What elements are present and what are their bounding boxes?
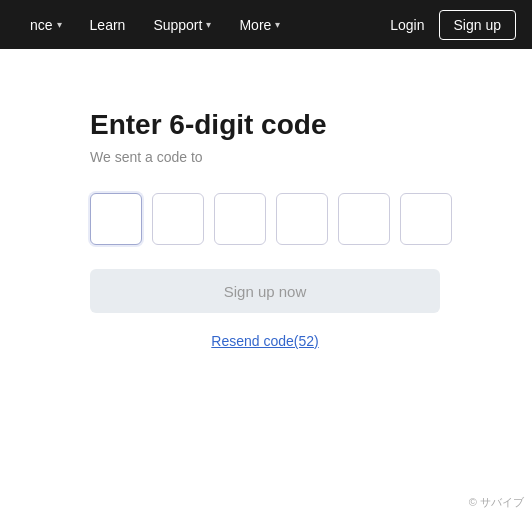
signup-button[interactable]: Sign up <box>439 10 516 40</box>
login-button[interactable]: Login <box>376 0 438 49</box>
code-input-group <box>90 193 452 245</box>
nav-label-learn: Learn <box>90 17 126 33</box>
chevron-down-icon: ▾ <box>57 19 62 30</box>
code-input-6[interactable] <box>400 193 452 245</box>
watermark: © サバイブ <box>469 495 524 510</box>
signup-now-button[interactable]: Sign up now <box>90 269 440 313</box>
chevron-down-icon: ▾ <box>275 19 280 30</box>
chevron-down-icon: ▾ <box>206 19 211 30</box>
resend-code-link[interactable]: Resend code(52) <box>90 333 440 349</box>
code-input-3[interactable] <box>214 193 266 245</box>
nav-item-learn[interactable]: Learn <box>76 0 140 49</box>
nav-item-more[interactable]: More ▾ <box>225 0 294 49</box>
navbar: nce ▾ Learn Support ▾ More ▾ Login Sign … <box>0 0 532 49</box>
nav-item-nce[interactable]: nce ▾ <box>16 0 76 49</box>
main-content: Enter 6-digit code We sent a code to Sig… <box>0 49 532 389</box>
nav-item-support[interactable]: Support ▾ <box>139 0 225 49</box>
page-title: Enter 6-digit code <box>90 109 326 141</box>
nav-label-more: More <box>239 17 271 33</box>
nav-label-nce: nce <box>30 17 53 33</box>
code-input-1[interactable] <box>90 193 142 245</box>
code-input-5[interactable] <box>338 193 390 245</box>
code-input-2[interactable] <box>152 193 204 245</box>
code-input-4[interactable] <box>276 193 328 245</box>
nav-label-support: Support <box>153 17 202 33</box>
subtitle: We sent a code to <box>90 149 203 165</box>
